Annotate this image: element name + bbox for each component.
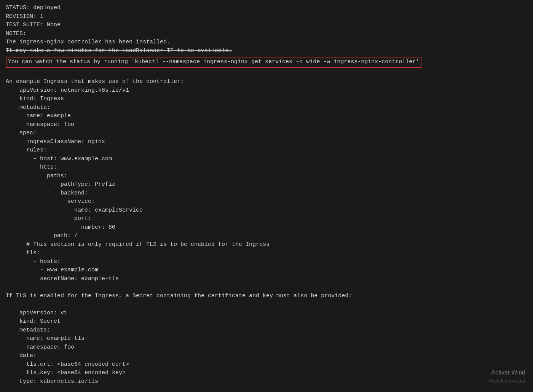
- blank3: [6, 300, 527, 309]
- api-version: apiVersion: networking.k8s.io/v1: [6, 86, 527, 95]
- revision-line: REVISION: 1: [6, 13, 527, 21]
- namespace-line: namespace: foo: [6, 121, 527, 129]
- tls-note-line: If TLS is enabled for the Ingress, a Sec…: [6, 292, 527, 301]
- example-intro: An example Ingress that makes use of the…: [6, 78, 527, 86]
- paths-line: paths:: [6, 172, 527, 181]
- secret-name2-line: name: example-tls: [6, 335, 527, 343]
- tls-crt-line: tls.crt: <base64 encoded cert>: [6, 360, 527, 369]
- backend-line: backend:: [6, 189, 527, 198]
- tls-type-line: type: kubernetes.io/tls: [6, 378, 527, 386]
- ingress-class-line: ingressClassName: nginx: [6, 138, 527, 147]
- terminal-window: STATUS: deployed REVISION: 1 TEST SUITE:…: [0, 0, 533, 392]
- tls-comment-line: # This section is only required if TLS i…: [6, 241, 527, 249]
- notes-line: NOTES:: [6, 30, 527, 38]
- watch-cmd-text: You can watch the status by running 'kub…: [6, 57, 421, 68]
- service-line: service:: [6, 198, 527, 206]
- path-type-line: - pathType: Prefix: [6, 180, 527, 189]
- watch-cmd-highlighted: You can watch the status by running 'kub…: [6, 56, 527, 69]
- blank2: [6, 283, 527, 292]
- installed-line: The ingress-nginx controller has been in…: [6, 38, 527, 47]
- port-line: port:: [6, 215, 527, 223]
- secret-kind-line: kind: Secret: [6, 317, 527, 326]
- name-line: name: example: [6, 112, 527, 121]
- watermark: Activer Wind Accédez aux par: [488, 368, 525, 385]
- path-line: path: /: [6, 232, 527, 241]
- host-line: - host: www.example.com: [6, 155, 527, 164]
- spec-line: spec:: [6, 129, 527, 138]
- svc-name-line: name: exampleService: [6, 206, 527, 215]
- tls-host-val-line: - www.example.com: [6, 266, 527, 275]
- cmd-prompt-line: PS C:\Users\aidalinfo\Documents\Medium-C…: [6, 386, 527, 392]
- number-line: number: 80: [6, 223, 527, 232]
- watermark-subtitle: Accédez aux par: [488, 377, 525, 385]
- tls-hosts-line: - hosts:: [6, 258, 527, 266]
- loadbalancer-line: It may take a few minutes for the LoadBa…: [6, 47, 527, 56]
- secret-meta-line: metadata:: [6, 326, 527, 335]
- metadata-line: metadata:: [6, 104, 527, 112]
- http-line: http:: [6, 163, 527, 172]
- tls-key-line: tls.key: <base64 encoded key>: [6, 369, 527, 378]
- data-line: data:: [6, 352, 527, 360]
- tls-line: tls:: [6, 249, 527, 258]
- secret-ns-line: namespace: foo: [6, 343, 527, 352]
- kind-line: kind: Ingress: [6, 95, 527, 104]
- status-line: STATUS: deployed: [6, 4, 527, 13]
- secret-name-line: secretName: example-tls: [6, 275, 527, 284]
- rules-line: rules:: [6, 146, 527, 155]
- blank1: [6, 69, 527, 78]
- watermark-title: Activer Wind: [488, 368, 525, 377]
- test-suite-line: TEST SUITE: None: [6, 21, 527, 30]
- secret-api-line: apiVersion: v1: [6, 309, 527, 318]
